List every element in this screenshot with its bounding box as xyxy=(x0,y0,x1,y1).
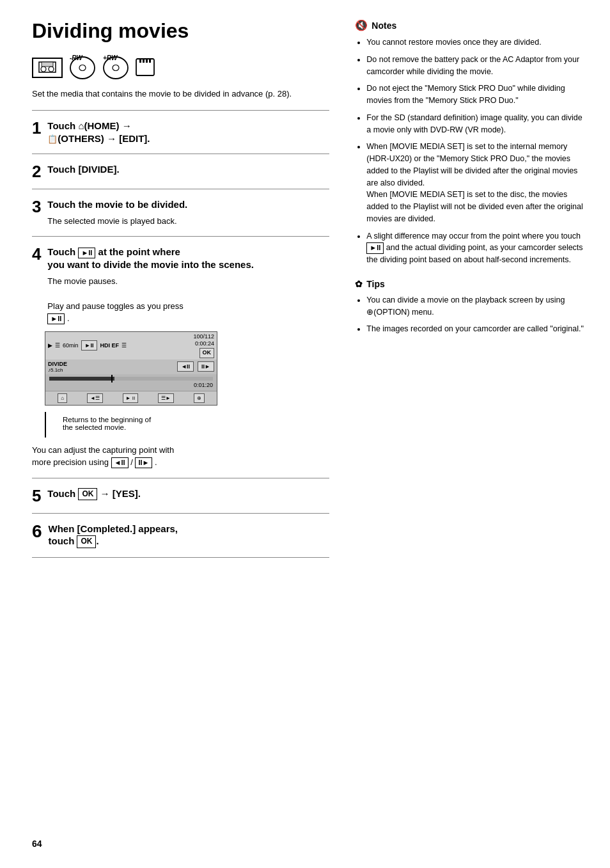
step-2-title: Touch [DIVIDE]. xyxy=(47,164,119,175)
home-btn-screen: ⌂ xyxy=(58,393,67,403)
prev-scene-btn: ◄☰ xyxy=(87,393,103,403)
step-4: 4 Touch ►II at the point where you want … xyxy=(32,246,329,324)
step-1-number: 1 xyxy=(32,118,41,138)
note-item-4: For the SD (standard definition) image q… xyxy=(366,112,584,136)
step-5-content: Touch OK → [YES]. xyxy=(47,487,141,501)
step-3-title: Touch the movie to be divided. xyxy=(47,199,187,210)
next-scene-btn: ☰► xyxy=(158,393,174,403)
battery-icon: ☰ xyxy=(55,342,60,349)
counter: 100/112 xyxy=(193,333,214,341)
note-item-6: A slight difference may occur from the p… xyxy=(366,230,584,266)
audio-icon: ☰ xyxy=(121,342,127,349)
settings-btn-screen: ⊕ xyxy=(194,393,205,403)
note-item-2: Do not remove the battery pack or the AC… xyxy=(366,54,584,78)
progress-bar xyxy=(49,377,213,381)
notes-label: Notes xyxy=(371,20,396,31)
play-btn-screen: ► II xyxy=(123,393,139,403)
intro-text: Set the media that contains the movie to… xyxy=(32,89,329,99)
divider-6 xyxy=(32,513,329,514)
step-4-body: The movie pauses. Play and pause toggles… xyxy=(47,275,254,325)
you-can-adjust-text: You can adjust the capturing point with xyxy=(32,445,174,455)
play-pause-note-icon: ►II xyxy=(366,242,384,253)
page-title: Dividing movies xyxy=(32,19,329,43)
notes-section: 🔇 Notes You cannot restore movies once t… xyxy=(355,19,584,266)
progress-marker xyxy=(111,375,113,383)
nav-buttons: ◄II II► xyxy=(177,361,214,372)
tips-title: ✿ Tips xyxy=(355,279,584,289)
step-4-number: 4 xyxy=(32,244,41,264)
step-6-content: When [Completed.] appears, touch OK. xyxy=(48,523,178,548)
tips-label: Tips xyxy=(366,279,385,289)
prev-frame-inline: ◄II xyxy=(111,457,129,468)
tips-icon: ✿ xyxy=(355,279,363,289)
note-item-1: You cannot restore movies once they are … xyxy=(366,36,584,49)
screen-info-bar: DIVIDE ♪5.1ch ◄II II► xyxy=(45,359,217,374)
svg-rect-11 xyxy=(146,59,148,63)
note-item-3: Do not eject the "Memory Stick PRO Duo" … xyxy=(366,83,584,107)
page-number: 64 xyxy=(32,839,42,849)
step-1-title: Touch ⌂(HOME) → 📋(OTHERS) → [EDIT]. xyxy=(47,120,150,144)
divide-label: DIVIDE xyxy=(48,361,67,367)
step-6-number: 6 xyxy=(32,521,42,541)
svg-point-5 xyxy=(79,65,86,71)
svg-rect-8 xyxy=(136,59,154,75)
tip-item-1: You can divide a movie on the playback s… xyxy=(366,294,584,319)
step-2: 2 Touch [DIVIDE]. xyxy=(32,163,329,180)
right-column: 🔇 Notes You cannot restore movies once t… xyxy=(355,19,584,567)
step-3-number: 3 xyxy=(32,197,41,216)
time-remaining: 60min xyxy=(63,342,79,349)
capture-point-text: You can adjust the capturing point with … xyxy=(32,444,329,469)
tips-list: You can divide a movie on the playback s… xyxy=(355,294,584,335)
tape-icon xyxy=(32,58,63,78)
step-5-number: 5 xyxy=(32,486,41,505)
annotation-area: Returns to the beginning ofthe selected … xyxy=(45,412,329,438)
svg-rect-10 xyxy=(143,59,145,63)
screen-bottom-bar: ⌂ ◄☰ ► II ☰► ⊕ xyxy=(45,391,217,405)
divider-3 xyxy=(32,189,329,189)
annotation-line xyxy=(45,412,46,438)
screen-top-left: ▶ ☰ 60min ►II HDI EF ☰ xyxy=(48,340,127,351)
step-1: 1 Touch ⌂(HOME) → 📋(OTHERS) → [EDIT]. xyxy=(32,120,329,145)
notes-title: 🔇 Notes xyxy=(355,19,584,31)
step-4-title: Touch ►II at the point where you want to… xyxy=(47,246,254,270)
divider-5 xyxy=(32,478,329,478)
prev-frame-btn: ◄II xyxy=(177,361,194,372)
step-6: 6 When [Completed.] appears, touch OK. xyxy=(32,523,329,548)
notes-list: You cannot restore movies once they are … xyxy=(355,36,584,266)
ok-btn-step5: OK xyxy=(78,488,97,501)
left-column: Dividing movies -RW xyxy=(32,19,329,567)
screen-top-bar: ▶ ☰ 60min ►II HDI EF ☰ 100/112 0:00:24 O… xyxy=(45,332,217,359)
camcorder-screen: ▶ ☰ 60min ►II HDI EF ☰ 100/112 0:00:24 O… xyxy=(45,331,217,406)
annotation-text: Returns to the beginning ofthe selected … xyxy=(63,416,151,431)
tip-item-2: The images recorded on your camcorder ar… xyxy=(366,323,584,335)
hd-label: HDI EF xyxy=(100,342,119,349)
at-point-text: at the point where xyxy=(98,246,180,257)
svg-rect-3 xyxy=(42,62,53,67)
step-4-content: Touch ►II at the point where you want to… xyxy=(47,246,254,324)
step-6-title: When [Completed.] appears, touch OK. xyxy=(48,523,178,547)
ok-btn-screen: OK xyxy=(199,348,215,358)
next-frame-inline: II► xyxy=(135,457,152,468)
divider-2 xyxy=(32,154,329,154)
tips-section: ✿ Tips You can divide a movie on the pla… xyxy=(355,279,584,335)
step-5-title: Touch OK → [YES]. xyxy=(47,488,141,499)
play-pause-button-label: ►II xyxy=(78,248,95,258)
play-pause-toggle-icon: ►II xyxy=(47,313,65,324)
divider-1 xyxy=(32,110,329,111)
media-icons: -RW +RW xyxy=(32,56,329,80)
timecode: 0:00:24 xyxy=(193,340,214,348)
screen-left-info: DIVIDE ♪5.1ch xyxy=(48,361,67,373)
plus-rw-dvd-icon: +RW xyxy=(102,56,129,80)
note-item-5: When [MOVIE MEDIA SET] is set to the int… xyxy=(366,141,584,225)
ok-btn-step6: OK xyxy=(77,535,96,548)
next-frame-btn: II► xyxy=(198,361,214,372)
divider-7 xyxy=(32,557,329,558)
minus-rw-dvd-icon: -RW xyxy=(69,56,96,80)
divider-4 xyxy=(32,236,329,237)
step-5: 5 Touch OK → [YES]. xyxy=(32,487,329,504)
audio-channels: ♪5.1ch xyxy=(48,367,67,373)
step-3-body: The selected movie is played back. xyxy=(47,215,187,228)
memory-card-icon xyxy=(136,58,155,78)
screen-top-right: 100/112 0:00:24 OK xyxy=(193,333,214,358)
notes-icon: 🔇 xyxy=(355,19,368,31)
